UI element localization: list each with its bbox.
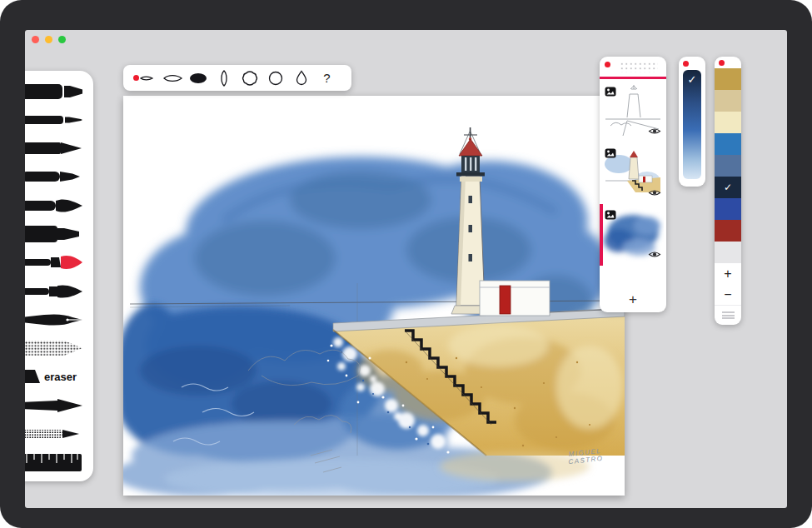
close-button[interactable] xyxy=(32,36,39,43)
add-color-button[interactable]: + xyxy=(715,263,741,284)
brush-pen-icon xyxy=(25,193,87,218)
tool-blade[interactable] xyxy=(25,391,93,419)
blade-icon xyxy=(25,393,87,418)
panel-indicator-dot xyxy=(683,61,689,67)
water-drop-icon xyxy=(289,68,314,88)
tools-panel: eraser xyxy=(25,71,93,481)
add-layer-button[interactable]: + xyxy=(600,287,666,312)
ballpoint-pen-icon xyxy=(25,164,87,189)
brush-tip-round-icon[interactable] xyxy=(262,67,288,89)
shade-picker-panel: ✓ xyxy=(679,57,705,187)
color-swatch-navy-selected[interactable]: ✓ xyxy=(715,177,741,198)
visibility-icon[interactable] xyxy=(648,124,661,139)
layer-sketch[interactable] xyxy=(602,82,664,141)
shade-gradient-slider[interactable]: ✓ xyxy=(683,70,701,179)
pencil-icon xyxy=(25,136,87,161)
color-swatch-cream[interactable] xyxy=(715,112,741,133)
brush-tip-almond-icon[interactable] xyxy=(211,67,237,89)
tool-eraser[interactable]: eraser xyxy=(25,363,93,391)
tool-paint-brush[interactable] xyxy=(25,277,93,305)
filled-stroke-icon xyxy=(186,68,211,88)
layers-panel: + xyxy=(600,57,666,312)
panel-indicator-dot xyxy=(719,60,725,66)
tool-pencil[interactable] xyxy=(25,135,93,162)
airbrush-icon xyxy=(25,336,87,361)
color-palette-panel: ✓ + − xyxy=(715,57,741,325)
eraser-label: eraser xyxy=(44,371,77,383)
panel-indicator-dot xyxy=(133,75,139,81)
brush-tip-drop-icon[interactable] xyxy=(288,67,314,89)
fountain-pen-icon xyxy=(25,307,87,332)
panel-indicator-dot xyxy=(605,62,610,67)
fineliner-icon xyxy=(25,107,87,132)
stipple-pen-icon xyxy=(25,421,87,446)
remove-color-button[interactable]: − xyxy=(715,284,741,305)
window-controls xyxy=(32,36,66,43)
lighthouse-painting xyxy=(123,96,625,496)
ruler-icon xyxy=(25,450,87,475)
drag-handle[interactable] xyxy=(620,62,658,72)
check-icon: ✓ xyxy=(688,73,697,86)
brush-tip-scalloped-icon[interactable] xyxy=(237,67,262,89)
palette-menu-button[interactable] xyxy=(715,305,741,325)
layer-lighthouse-color[interactable] xyxy=(602,144,664,202)
felt-marker-icon xyxy=(25,222,87,247)
tool-fineliner[interactable] xyxy=(25,106,93,133)
layers-divider xyxy=(600,77,666,79)
device-frame: eraser xyxy=(0,0,812,528)
brush-tip-filled-selected[interactable] xyxy=(185,67,211,89)
color-swatch-royal-blue[interactable] xyxy=(715,198,741,220)
tool-fountain-pen[interactable] xyxy=(25,306,93,333)
color-swatch-blue[interactable] xyxy=(715,133,741,155)
almond-stroke-icon xyxy=(212,68,237,88)
medium-stroke-icon xyxy=(160,68,185,88)
color-swatch-light-gray[interactable] xyxy=(715,242,741,263)
color-swatch-gold[interactable] xyxy=(715,68,741,90)
scalloped-stamp-icon xyxy=(237,68,262,88)
visibility-icon[interactable] xyxy=(648,186,661,201)
menu-icon xyxy=(722,311,735,319)
paint-brush-icon xyxy=(25,279,87,304)
tool-brush-pen[interactable] xyxy=(25,192,93,219)
layer-thumbnail-icon xyxy=(605,147,616,162)
tool-felt-marker[interactable] xyxy=(25,220,93,247)
check-icon: ✓ xyxy=(724,182,732,193)
tool-airbrush[interactable] xyxy=(25,335,93,362)
help-button[interactable]: ? xyxy=(314,67,340,89)
layer-thumbnail-icon xyxy=(605,85,616,100)
brush-toolbar: ? xyxy=(123,65,351,91)
eraser-icon xyxy=(25,364,42,389)
round-stamp-icon xyxy=(263,68,288,88)
color-swatch-slate[interactable] xyxy=(715,155,741,177)
color-swatch-tan[interactable] xyxy=(715,90,741,112)
tool-stipple-pen[interactable] xyxy=(25,421,93,448)
zoom-button[interactable] xyxy=(58,36,66,43)
layer-thumbnail-icon xyxy=(605,208,616,223)
palette-header xyxy=(715,57,741,68)
app-screen: eraser xyxy=(25,30,787,508)
watercolor-brush-icon xyxy=(25,250,87,275)
tool-watercolor-brush-active[interactable] xyxy=(25,249,93,276)
selected-shade-check[interactable]: ✓ xyxy=(683,70,701,88)
tool-ballpoint-pen[interactable] xyxy=(25,163,93,191)
tool-ruler[interactable] xyxy=(25,449,93,476)
color-swatch-red[interactable] xyxy=(715,220,741,242)
visibility-icon[interactable] xyxy=(648,247,661,262)
brush-tip-medium-icon[interactable] xyxy=(159,67,185,89)
layers-panel-header xyxy=(600,57,666,77)
minimize-button[interactable] xyxy=(45,36,52,43)
layer-background-wash[interactable] xyxy=(602,206,664,264)
tool-wide-marker[interactable] xyxy=(25,77,93,105)
canvas[interactable]: Miguel Castro xyxy=(123,96,625,496)
wide-marker-icon xyxy=(25,79,87,104)
